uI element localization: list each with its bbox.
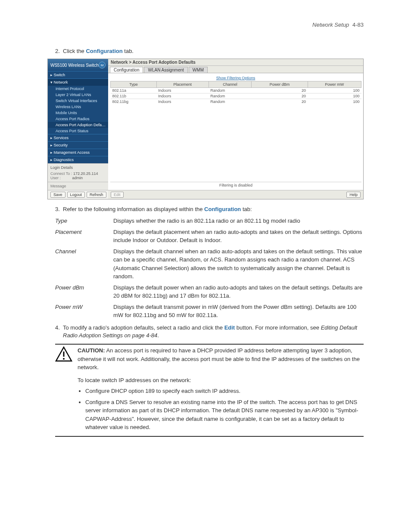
def-placement: Placement Displays the default placement…: [55, 228, 364, 245]
def-power-mw: Power mW Displays the default transmit p…: [55, 303, 364, 320]
locate-bullets: Configure DHCP option 189 to specify eac…: [78, 387, 364, 432]
def-channel: Channel Displays the default channel whe…: [55, 247, 364, 281]
sidebar-item-security[interactable]: ▸ Security: [48, 141, 108, 149]
sidebar: WS5100 Wireless Switch M ▸ Switch ▾ Netw…: [48, 59, 108, 199]
sidebar-item-access-port-radios[interactable]: Access Port Radios: [48, 116, 108, 122]
sidebar-item-mobile-units[interactable]: Mobile Units: [48, 110, 108, 116]
refresh-button[interactable]: Refresh: [87, 192, 106, 198]
table-row[interactable]: 802.11b Indoors Random 20 100: [111, 93, 361, 99]
locate-heading: To locate switch IP addresses on the net…: [78, 376, 364, 385]
step-body: Click the Configuration tab.: [63, 47, 364, 55]
tab-wlan-assignment[interactable]: WLAN Assignment: [144, 67, 187, 73]
caution-text: CAUTION: An access port is required to h…: [78, 346, 364, 372]
sidebar-item-internet-protocol[interactable]: Internet Protocol: [48, 86, 108, 92]
def-type: Type Displays whether the radio is an 80…: [55, 217, 364, 225]
sidebar-footer: Save Logout Refresh: [48, 190, 108, 199]
step-4: 4. To modify a radio's adoption defaults…: [55, 324, 364, 339]
col-channel[interactable]: Channel: [209, 81, 252, 88]
sidebar-item-access-port-adoption-defaults[interactable]: Access Port Adoption Defaults: [48, 122, 108, 128]
page-number: 4-83: [352, 22, 364, 28]
motorola-logo-icon: M: [99, 62, 106, 68]
step-number: 3.: [55, 205, 63, 213]
sidebar-item-management-access[interactable]: ▸ Management Access: [48, 149, 108, 156]
login-details: Login Details Connect To : 172.20.25.114…: [48, 163, 108, 182]
step-3: 3. Refer to the following information as…: [55, 205, 364, 213]
edit-button[interactable]: Edit: [111, 192, 124, 198]
svg-point-2: [63, 358, 65, 360]
help-button[interactable]: Help: [346, 192, 361, 198]
sidebar-item-wireless-lans[interactable]: Wireless LANs: [48, 104, 108, 110]
main-footer: Edit Help: [108, 190, 363, 199]
radio-table: Type Placement Channel Power dBm Power m…: [110, 81, 361, 104]
sidebar-item-diagnostics[interactable]: ▸ Diagnostics: [48, 156, 108, 163]
section-name: Network Setup: [312, 22, 349, 28]
breadcrumb: Network > Access Port Adoption Defaults: [108, 59, 363, 66]
sidebar-item-layer2-vlans[interactable]: Layer 2 Virtual LANs: [48, 92, 108, 98]
page-header: Network Setup 4-83: [47, 22, 364, 28]
link-configuration: Configuration: [86, 48, 122, 54]
def-power-dbm: Power dBm Displays the default power whe…: [55, 283, 364, 300]
tab-configuration[interactable]: Configuration: [110, 67, 143, 73]
bullet-2: Configure a DNS Server to resolve an exi…: [85, 398, 364, 432]
col-type[interactable]: Type: [111, 81, 157, 88]
caution-block: CAUTION: An access port is required to h…: [55, 344, 364, 437]
tab-bar: Configuration WLAN Assignment WMM: [108, 66, 363, 73]
sidebar-item-switch[interactable]: ▸ Switch: [48, 71, 108, 78]
main-panel: Network > Access Port Adoption Defaults …: [108, 59, 363, 199]
table-row[interactable]: 802.11a Indoors Random 20 100: [111, 88, 361, 93]
link-configuration: Configuration: [204, 206, 241, 212]
col-power-mw[interactable]: Power mW: [308, 81, 361, 88]
step-2: 2. Click the Configuration tab.: [55, 47, 364, 55]
step-number: 4.: [55, 324, 63, 339]
table-row[interactable]: 802.11bg Indoors Random 20 100: [111, 99, 361, 105]
message-panel: Message: [48, 182, 108, 190]
bullet-1: Configure DHCP option 189 to specify eac…: [85, 387, 364, 395]
show-filtering-options-link[interactable]: Show Filtering Options: [110, 75, 361, 81]
sidebar-item-switch-virtual-interfaces[interactable]: Switch Virtual Interfaces: [48, 98, 108, 104]
logout-button[interactable]: Logout: [67, 192, 85, 198]
caution-icon: [55, 346, 72, 363]
tab-wmm[interactable]: WMM: [189, 67, 208, 73]
step-body: Refer to the following information as di…: [63, 205, 364, 213]
step-number: 2.: [55, 47, 63, 55]
sidebar-item-access-port-status[interactable]: Access Port Status: [48, 128, 108, 134]
ui-screenshot: WS5100 Wireless Switch M ▸ Switch ▾ Netw…: [47, 59, 364, 199]
sidebar-item-network[interactable]: ▾ Network: [48, 78, 108, 86]
col-placement[interactable]: Placement: [156, 81, 209, 88]
col-power-dbm[interactable]: Power dBm: [252, 81, 308, 88]
sidebar-item-services[interactable]: ▸ Services: [48, 134, 108, 141]
save-button[interactable]: Save: [50, 192, 65, 198]
brand-bar: WS5100 Wireless Switch M: [48, 59, 108, 71]
brand-text: WS5100 Wireless Switch: [50, 63, 99, 68]
link-edit: Edit: [224, 324, 235, 331]
step-body: To modify a radio's adoption defaults, s…: [63, 324, 364, 339]
filter-status: Filtering is disabled: [110, 182, 361, 188]
